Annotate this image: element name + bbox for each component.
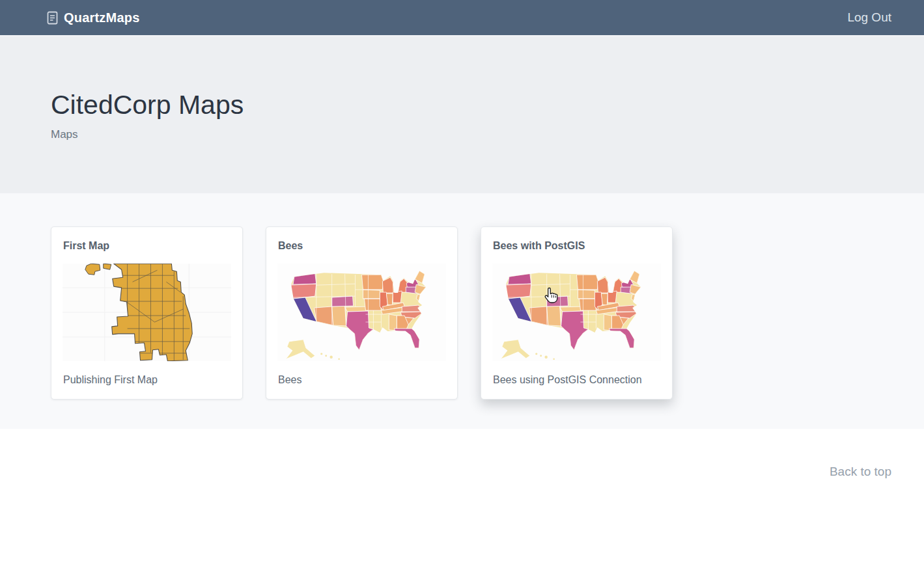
us-choropleth-thumbnail[interactable] <box>492 264 661 361</box>
document-icon <box>47 11 58 25</box>
back-to-top-link[interactable]: Back to top <box>830 465 891 478</box>
us-choropleth-thumbnail[interactable] <box>277 264 446 361</box>
maps-gallery: First Map Publishing First Map Bees Bees… <box>0 193 924 429</box>
card-title: First Map <box>63 240 231 252</box>
logout-link[interactable]: Log Out <box>847 10 891 25</box>
card-title: Bees <box>278 240 446 252</box>
card-title: Bees with PostGIS <box>493 240 661 252</box>
chicago-map-thumbnail[interactable] <box>63 264 231 361</box>
map-card-bees-with-postgis[interactable]: Bees with PostGIS Bees using PostGIS Con… <box>481 226 673 400</box>
brand[interactable]: QuartzMaps <box>47 10 139 25</box>
footer: Back to top <box>0 429 924 479</box>
map-card-bees[interactable]: Bees Bees <box>266 226 458 400</box>
card-description: Publishing First Map <box>63 374 231 386</box>
card-description: Bees <box>278 374 446 386</box>
page-subtitle: Maps <box>51 128 873 141</box>
page-title: CitedCorp Maps <box>51 36 873 120</box>
page-header: CitedCorp Maps Maps <box>0 35 924 193</box>
card-description: Bees using PostGIS Connection <box>493 374 661 386</box>
map-card-first-map[interactable]: First Map Publishing First Map <box>51 226 243 400</box>
brand-title: QuartzMaps <box>64 10 139 25</box>
navbar: QuartzMaps Log Out <box>0 0 924 35</box>
